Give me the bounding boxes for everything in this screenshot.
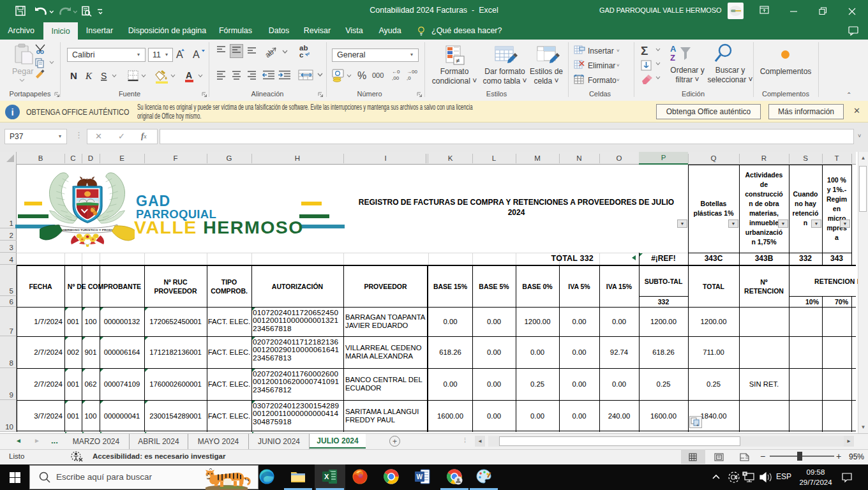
svg-text:Σ: Σ xyxy=(641,44,648,57)
svg-text:X: X xyxy=(324,473,329,480)
svg-text:Z: Z xyxy=(670,53,675,63)
svg-text:+: + xyxy=(696,423,699,427)
svg-text:←0: ←0 xyxy=(392,69,400,75)
svg-text:c: c xyxy=(299,51,304,59)
svg-text:000: 000 xyxy=(372,71,384,79)
svg-text:→00: →00 xyxy=(407,69,417,75)
svg-text:≠: ≠ xyxy=(456,57,460,64)
svg-text:A: A xyxy=(193,49,200,60)
svg-text:N: N xyxy=(70,70,77,81)
svg-text:K: K xyxy=(85,71,93,81)
svg-text:,0: ,0 xyxy=(407,75,411,81)
svg-text:,00: ,00 xyxy=(392,75,400,81)
svg-text:Pegar: Pegar xyxy=(12,67,33,76)
svg-text:A: A xyxy=(186,70,192,80)
svg-text:W: W xyxy=(417,473,423,480)
svg-text:%: % xyxy=(357,70,366,81)
svg-text:A: A xyxy=(670,44,677,54)
svg-text:S: S xyxy=(101,71,107,81)
svg-text:ab: ab xyxy=(263,47,275,59)
